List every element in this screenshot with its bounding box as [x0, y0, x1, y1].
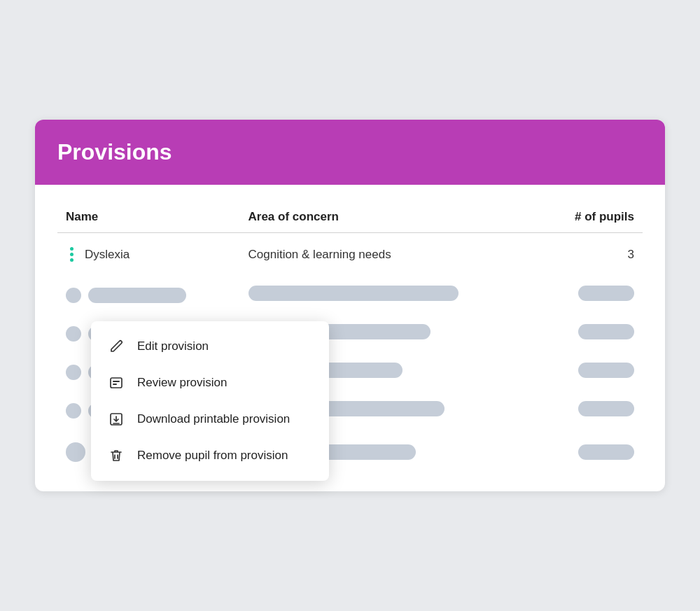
skeleton-icon [66, 365, 81, 380]
menu-item-edit-label: Edit provision [137, 339, 209, 353]
skeleton-bar [578, 363, 634, 378]
skeleton-icon [66, 326, 81, 342]
svg-rect-1 [113, 381, 120, 382]
context-menu: Edit provision Review provision [91, 321, 329, 481]
card-header: Provisions [35, 120, 665, 185]
skeleton-dot [66, 442, 85, 462]
skeleton-bar [578, 286, 634, 301]
menu-item-review[interactable]: Review provision [91, 365, 329, 401]
col-area: Area of concern [240, 199, 542, 233]
skeleton-bar [578, 324, 634, 339]
review-icon [108, 374, 125, 391]
download-icon [108, 411, 125, 428]
col-name: Name [57, 199, 240, 233]
skeleton-bar [578, 444, 634, 460]
skeleton-bar [578, 401, 634, 416]
provisions-card: Provisions Name Area of concern # of pup… [35, 120, 665, 491]
area-cell: Cognition & learning needs [240, 233, 542, 276]
menu-item-remove-label: Remove pupil from provision [137, 449, 288, 463]
skeleton-icon [66, 403, 81, 419]
svg-rect-0 [111, 378, 122, 388]
menu-item-edit[interactable]: Edit provision [91, 328, 329, 365]
col-pupils: # of pupils [541, 199, 643, 233]
menu-item-download[interactable]: Download printable provision [91, 401, 329, 437]
row-actions-button[interactable] [66, 246, 78, 263]
name-cell: Dyslexia [57, 233, 240, 276]
pupils-cell: 3 [541, 233, 643, 276]
page-title: Provisions [57, 139, 643, 165]
menu-item-download-label: Download printable provision [137, 412, 290, 426]
dot [70, 247, 74, 251]
dot [70, 253, 74, 256]
svg-rect-2 [113, 384, 117, 385]
provision-name: Dyslexia [85, 248, 130, 262]
trash-icon [108, 447, 125, 464]
card-body: Name Area of concern # of pupils [35, 185, 665, 491]
menu-item-review-label: Review provision [137, 376, 227, 390]
menu-item-remove[interactable]: Remove pupil from provision [91, 437, 329, 474]
skeleton-row-1 [57, 276, 643, 314]
table-row: Dyslexia Cognition & learning needs 3 [57, 233, 643, 276]
table-header-row: Name Area of concern # of pupils [57, 199, 643, 233]
skeleton-icon [66, 288, 81, 303]
skeleton-bar [88, 288, 186, 303]
dot [70, 258, 74, 262]
pencil-icon [108, 338, 125, 355]
skeleton-bar [248, 286, 458, 301]
